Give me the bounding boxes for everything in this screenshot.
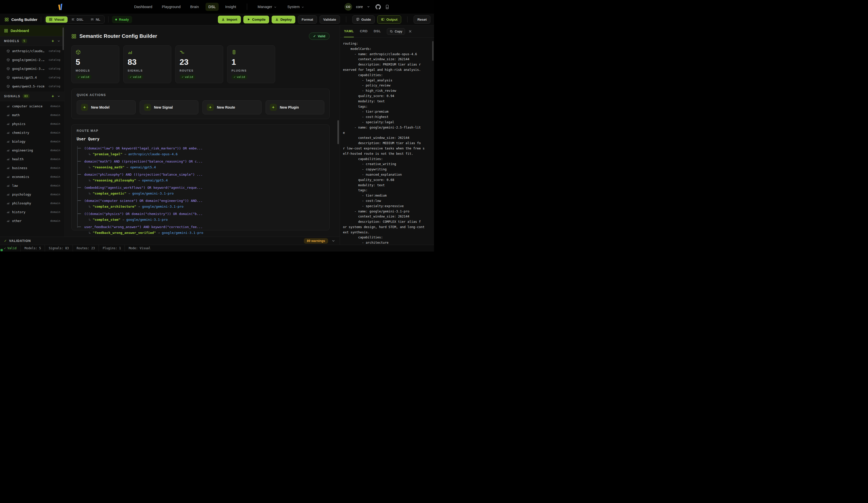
add-signal-button[interactable]: + [52, 94, 54, 98]
nav-item[interactable]: DSL [206, 3, 219, 11]
chevron-down-icon[interactable] [57, 40, 60, 43]
stat-label: SIGNALS [127, 69, 143, 72]
sidebar-signal-item[interactable]: history domain [0, 208, 64, 217]
sidebar-signal-item[interactable]: psychology domain [0, 190, 64, 199]
output-panel-tabs: YAMLCRDDSL Copy [340, 25, 434, 38]
sidebar-signal-item[interactable]: health domain [0, 155, 64, 164]
nav-item[interactable]: Insight [222, 3, 239, 11]
validation-bar[interactable]: ✓ VALIDATION 89 warnings [0, 237, 340, 245]
signal-name: psychology [12, 192, 31, 196]
nav-item[interactable]: Dashboard [131, 3, 155, 11]
quick-action-button[interactable]: + New Signal [140, 100, 199, 114]
signal-bars-icon [7, 113, 10, 117]
chevron-down-icon [301, 6, 304, 9]
route-name: "complex_architecture" [93, 205, 136, 208]
route-target[interactable]: ↳ "complex_stem" → google/gemini-3.1-pro [77, 217, 324, 222]
toolbar-secondary-button[interactable]: Validate [320, 15, 340, 24]
github-icon[interactable] [375, 4, 381, 10]
sidebar-model-item[interactable]: google/gemini-3.… catalog [0, 64, 64, 73]
mode-tab[interactable]: Visual [46, 17, 68, 23]
device-icon[interactable] [385, 4, 390, 9]
sidebar-signal-item[interactable]: chemistry domain [0, 128, 64, 137]
avatar[interactable]: CO [344, 3, 352, 11]
sidebar-signal-item[interactable]: computer science domain [0, 102, 64, 111]
sidebar-model-item[interactable]: openai/gpt5.4 catalog [0, 73, 64, 82]
route-entry: domain("math") AND ((projection("balance… [77, 159, 324, 170]
route-tree: ((domain("law") OR keyword("legal_risk_m… [77, 146, 324, 235]
main-scrollbar[interactable] [338, 120, 339, 144]
route-target[interactable]: ↳ "reasoning_philosophy" → openai/gpt5.4 [77, 178, 324, 183]
toolbar-primary-button[interactable]: Import [218, 15, 241, 23]
chevron-down-icon[interactable] [332, 239, 335, 243]
add-model-button[interactable]: + [52, 39, 54, 43]
sidebar-item-dashboard[interactable]: Dashboard [0, 25, 64, 36]
stat-card: 83 SIGNALS ✓valid [123, 45, 171, 83]
chevron-down-icon[interactable] [57, 95, 60, 98]
copy-button[interactable]: Copy [387, 28, 405, 35]
chevron-down-icon[interactable] [367, 5, 370, 8]
signal-type-tag: domain [50, 140, 60, 143]
quick-action-button[interactable]: + New Plugin [266, 100, 324, 114]
route-condition[interactable]: (embedding("agentic_workflows") OR keywo… [77, 185, 324, 190]
sidebar-model-item[interactable]: google/gemini-2.… catalog [0, 55, 64, 64]
nav-menu-item[interactable]: Manager [255, 3, 280, 11]
route-target[interactable]: ↳ "feedback_wrong_answer_verified" → goo… [77, 230, 324, 235]
signals-section-header[interactable]: SIGNALS 83 + [0, 92, 64, 101]
nav-item[interactable]: Playground [159, 3, 184, 11]
sidebar-scrollbar[interactable] [63, 28, 64, 50]
sidebar-signal-item[interactable]: philosophy domain [0, 199, 64, 208]
mode-tab[interactable]: NL [87, 17, 104, 23]
output-panel-tab[interactable]: CRD [360, 25, 368, 37]
sidebar-signal-item[interactable]: engineering domain [0, 146, 64, 155]
app-logo-icon[interactable] [58, 3, 63, 10]
warnings-badge[interactable]: 89 warnings [304, 238, 328, 244]
output-panel-tab[interactable]: YAML [344, 25, 354, 37]
toolbar-button-icon [221, 18, 225, 21]
route-condition[interactable]: ((domain("law") OR keyword("legal_risk_m… [77, 146, 324, 151]
stat-icon [231, 50, 237, 55]
route-target[interactable]: ↳ "complex_architecture" → google/gemini… [77, 204, 324, 209]
output-toggle-button[interactable]: Output [377, 15, 401, 24]
nav-item[interactable]: Brain [187, 3, 202, 11]
route-target[interactable]: ↳ "premium_legal" → anthropic/claude-opu… [77, 151, 324, 157]
route-condition[interactable]: (((domain("physics") OR domain("chemistr… [77, 211, 324, 217]
signal-type-tag: domain [50, 202, 60, 205]
route-target[interactable]: ↳ "reasoning_math" → openai/gpt5.4 [77, 165, 324, 170]
sidebar-signal-item[interactable]: physics domain [0, 119, 64, 128]
close-panel-icon[interactable] [408, 30, 412, 33]
check-icon: ✓ [4, 239, 7, 243]
nav-menu-item[interactable]: System [284, 3, 307, 11]
quick-action-button[interactable]: + New Route [203, 100, 261, 114]
signals-count-badge: 83 [23, 94, 30, 98]
sidebar-signal-item[interactable]: business domain [0, 164, 64, 172]
sidebar-signal-item[interactable]: math domain [0, 111, 64, 119]
toolbar-secondary-button[interactable]: Format [298, 15, 317, 24]
sidebar-signal-item[interactable]: other domain [0, 217, 64, 225]
sidebar-model-item[interactable]: qwen/qwen3.5-rocm catalog [0, 82, 64, 91]
route-condition[interactable]: (domain("computer science") OR domain("e… [77, 198, 324, 203]
sidebar-signal-item[interactable]: economics domain [0, 172, 64, 181]
route-condition[interactable]: domain("philosophy") AND (((projection("… [77, 172, 324, 177]
signal-type-tag: domain [50, 131, 60, 134]
toolbar-primary-button[interactable]: Deploy [272, 15, 295, 23]
divider [108, 17, 108, 22]
sidebar-signal-item[interactable]: biology domain [0, 137, 64, 146]
yaml-code[interactable]: routing: modelCards: - name: anthropic/c… [340, 38, 434, 245]
check-icon: ✓ [78, 75, 80, 78]
output-panel-tab[interactable]: DSL [374, 25, 381, 37]
sidebar-model-item[interactable]: anthropic/claude… catalog [0, 46, 64, 55]
workspace-name[interactable]: core [356, 5, 363, 9]
quick-action-button[interactable]: + New Model [77, 100, 136, 114]
toolbar-button-label: Compile [252, 18, 266, 21]
route-condition[interactable]: domain("math") AND ((projection("balance… [77, 159, 324, 164]
sidebar-signal-item[interactable]: law domain [0, 181, 64, 190]
models-section-header[interactable]: MODELS 5 + [0, 36, 64, 46]
guide-button[interactable]: Guide [352, 15, 375, 24]
output-panel-scrollbar[interactable] [432, 41, 434, 61]
reset-button[interactable]: Reset [414, 15, 431, 24]
route-target[interactable]: ↳ "complex_agentic" → google/gemini-3.1-… [77, 191, 324, 196]
route-condition[interactable]: user_feedback("wrong_answer") AND keywor… [77, 224, 324, 230]
mode-tab[interactable]: DSL [68, 17, 87, 23]
toolbar-primary-button[interactable]: Compile [244, 15, 269, 23]
quick-actions-title: QUICK ACTIONS [77, 93, 324, 97]
